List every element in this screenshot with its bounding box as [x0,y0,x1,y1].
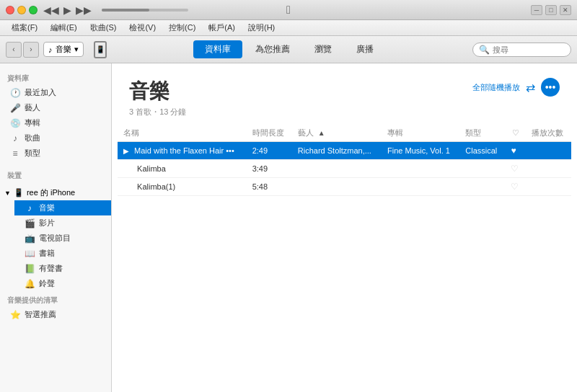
play-button[interactable]: ▶ [63,4,71,16]
song-genre [459,178,505,196]
song-loved[interactable]: ♡ [505,160,525,178]
table-row[interactable]: Kalimba 3:49 ♡ [118,160,571,178]
sidebar-item-songs[interactable]: ♪ 歌曲 [0,130,111,146]
section-label: 音樂 [56,44,71,55]
table-row[interactable]: ▶ Maid with the Flaxen Hair ••• 2:49 Ric… [118,142,571,160]
more-button[interactable]: ••• [541,78,560,97]
artist-icon: 🎤 [10,103,20,113]
heart-icon: ♥ [511,146,516,156]
col-duration[interactable]: 時間長度 [247,125,292,142]
transport-controls: ◀◀ ▶ ▶▶ [43,4,188,16]
album-icon: 💿 [10,118,20,128]
iphone-icon: 📱 [96,45,105,53]
menu-view[interactable]: 檢視(V) [123,21,162,35]
ringtones-icon: 🔔 [25,279,35,289]
sidebar-item-label: 音樂 [39,202,55,213]
content-title: 音樂 [129,78,186,105]
device-header[interactable]: ▼ 📱 ree 的 iPhone [0,185,111,200]
win-maximize[interactable]: □ [545,5,557,15]
col-loved[interactable]: ♡ [505,125,525,142]
songs-icon: ♪ [10,133,20,143]
content-header: 音樂 3 首歌・13 分鐘 全部隨機播放 ⇄ ••• [112,63,577,125]
heart-icon: ♡ [511,182,519,192]
song-loved[interactable]: ♡ [505,178,525,196]
song-album [382,160,459,178]
sidebar-item-artists[interactable]: 🎤 藝人 [0,100,111,115]
sidebar-item-genres[interactable]: ≡ 類型 [0,146,111,161]
sidebar-item-books[interactable]: 📖 書籍 [14,246,111,261]
win-minimize[interactable]: ─ [531,5,542,15]
minimize-button[interactable] [17,6,26,14]
song-genre [459,160,505,178]
section-dropdown[interactable]: ♪ 音樂 ▾ [43,42,84,57]
sidebar-item-movies[interactable]: 🎬 影片 [14,215,111,231]
tab-for-you[interactable]: 為您推薦 [244,40,301,58]
menu-song[interactable]: 歌曲(S) [84,21,123,35]
recent-icon: 🕐 [10,88,20,98]
sidebar-item-recent[interactable]: 🕐 最近加入 [0,85,111,100]
col-plays[interactable]: 播放次數 [526,125,571,142]
next-button[interactable]: ▶▶ [76,4,92,16]
heart-icon: ♡ [511,164,519,174]
song-name: Kalimba(1) [137,182,175,191]
progress-bar[interactable] [102,9,188,12]
song-name: Maid with the Flaxen Hair ••• [134,146,234,155]
sidebar-item-ringtones[interactable]: 🔔 鈴聲 [14,276,111,291]
col-album[interactable]: 專輯 [382,125,459,142]
menu-help[interactable]: 說明(H) [242,21,281,35]
tab-browse[interactable]: 瀏覽 [303,40,343,58]
sidebar-item-label: 最近加入 [25,87,56,98]
maximize-button[interactable] [29,6,38,14]
service-title: 音樂提供的清單 [0,291,111,307]
forward-button[interactable]: › [23,42,39,58]
sidebar-item-music[interactable]: ♪ 音樂 [14,200,111,215]
song-name-cell: ▶ Maid with the Flaxen Hair ••• [118,142,247,160]
song-plays [526,160,571,178]
device-sub-items: ♪ 音樂 🎬 影片 📺 電視節目 📖 書籍 📗 有聲書 [0,200,111,291]
movies-icon: 🎬 [25,218,35,228]
sidebar-item-audiobooks[interactable]: 📗 有聲書 [14,261,111,276]
song-genre: Classical [459,142,505,160]
back-button[interactable]: ‹ [6,42,22,58]
song-name: Kalimba [137,164,166,173]
col-name[interactable]: 名稱 [118,125,247,142]
nav-buttons: ‹ › [6,42,39,58]
table-row[interactable]: Kalimba(1) 5:48 ♡ [118,178,571,196]
iphone-small-icon: 📱 [14,188,24,197]
window-controls [6,6,38,14]
play-all-button[interactable]: 全部隨機播放 [472,82,520,93]
genres-icon: ≡ [10,148,20,159]
content-area: 音樂 3 首歌・13 分鐘 全部隨機播放 ⇄ ••• 名稱 時間長度 [112,63,577,392]
menu-edit[interactable]: 編輯(E) [45,21,83,35]
tab-radio[interactable]: 廣播 [345,40,385,58]
win-close[interactable]: ✕ [560,5,571,15]
col-artist[interactable]: 藝人 ▲ [292,125,382,142]
col-genre[interactable]: 類型 [459,125,505,142]
menu-account[interactable]: 帳戶(A) [203,21,241,35]
sidebar-item-tv[interactable]: 📺 電視節目 [14,231,111,246]
song-name-cell: Kalimba [118,160,247,178]
song-name-cell: Kalimba(1) [118,178,247,196]
toolbar: ‹ › ♪ 音樂 ▾ 📱 資料庫 為您推薦 瀏覽 廣播 🔍 [0,36,577,63]
search-input[interactable] [493,45,565,54]
device-section: ▼ 📱 ree 的 iPhone ♪ 音樂 🎬 影片 📺 電視節目 [0,185,111,291]
song-plays [526,178,571,196]
search-box[interactable]: 🔍 [472,43,571,57]
audiobooks-icon: 📗 [25,264,35,274]
sidebar-item-label: 專輯 [25,117,40,128]
tab-library[interactable]: 資料庫 [193,40,242,58]
sort-arrow-icon: ▲ [318,129,325,137]
shuffle-icon[interactable]: ⇄ [526,81,535,94]
menu-control[interactable]: 控制(C) [163,21,201,35]
close-button[interactable] [6,6,14,14]
sidebar-item-label: 影片 [39,218,55,228]
prev-button[interactable]: ◀◀ [43,4,59,16]
search-icon: 🔍 [479,45,490,55]
song-artist [292,160,382,178]
menu-file[interactable]: 檔案(F) [6,21,43,35]
sidebar-item-curated[interactable]: ⭐ 智選推薦 [0,307,111,322]
iphone-button[interactable]: 📱 [94,41,107,58]
sidebar-item-albums[interactable]: 💿 專輯 [0,115,111,130]
playing-indicator: ▶ [123,147,129,155]
song-loved[interactable]: ♥ [505,142,525,160]
